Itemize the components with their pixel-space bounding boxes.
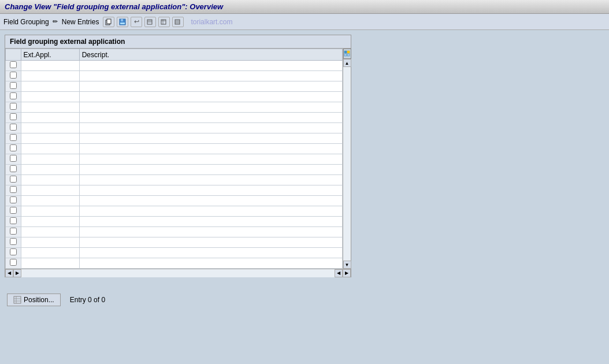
descript-cell [79,237,342,248]
table-settings-icon[interactable] [343,49,351,59]
new-entries-button[interactable]: New Entries [60,17,101,27]
row-checkbox[interactable] [6,154,21,165]
ext-appl-cell [21,227,79,237]
descript-cell [79,185,342,196]
row-checkbox[interactable] [6,227,21,237]
row-checkbox[interactable] [6,81,21,92]
descript-cell [79,206,342,217]
ext-appl-cell [21,92,79,102]
main-content: Field grouping external application Ext.… [0,30,609,282]
panel-title: Field grouping external application [5,35,351,49]
svg-rect-1 [107,19,111,24]
row-checkbox[interactable] [6,92,21,102]
hscroll-right-button[interactable]: ▶ [13,269,21,277]
descript-header: Descript. [79,49,342,61]
ext-appl-cell [21,71,79,81]
pen-icon[interactable]: ✏ [53,18,58,25]
find-icon[interactable] [144,17,156,27]
svg-rect-19 [14,296,21,303]
svg-rect-18 [347,54,350,56]
row-checkbox[interactable] [6,217,21,227]
first-icon[interactable] [158,17,170,27]
data-table: Ext.Appl. Descript. [5,49,343,269]
row-checkbox[interactable] [6,71,21,81]
row-checkbox[interactable] [6,61,21,71]
table-row [6,258,343,269]
table-row [6,81,343,92]
table-row [6,71,343,81]
table-row [6,113,343,123]
ext-appl-cell [21,113,79,123]
table-row [6,206,343,217]
descript-cell [79,165,342,175]
ext-appl-cell [21,237,79,248]
row-checkbox[interactable] [6,206,21,217]
table-row [6,248,343,258]
descript-cell [79,123,342,133]
table-row [6,61,343,71]
table-row [6,123,343,133]
ext-appl-cell [21,248,79,258]
row-checkbox[interactable] [6,102,21,113]
hscroll-scroll-right[interactable]: ▶ [343,269,351,277]
more-icon[interactable] [172,17,184,27]
ext-appl-cell [21,133,79,144]
ext-appl-cell [21,61,79,71]
ext-appl-cell [21,196,79,206]
scroll-up-button[interactable]: ▲ [343,59,351,67]
ext-appl-cell [21,81,79,92]
hscroll-left-button[interactable]: ◀ [5,269,13,277]
descript-cell [79,92,342,102]
field-grouping-label: Field Grouping [3,18,49,26]
watermark: torialkart.com [191,18,232,26]
save-icon[interactable] [117,17,128,27]
descript-cell [79,154,342,165]
table-row [6,237,343,248]
row-checkbox[interactable] [6,144,21,154]
table-row [6,196,343,206]
descript-cell [79,71,342,81]
descript-cell [79,175,342,185]
ext-appl-cell [21,123,79,133]
position-button[interactable]: Position... [7,294,61,306]
position-button-label: Position... [24,296,54,304]
horizontal-scrollbar: ◀ ▶ ◀ ▶ [5,269,351,277]
row-checkbox[interactable] [6,185,21,196]
table-row [6,154,343,165]
descript-cell [79,113,342,123]
svg-rect-3 [121,19,123,21]
ext-appl-cell [21,165,79,175]
ext-appl-cell [21,206,79,217]
row-checkbox[interactable] [6,165,21,175]
hscroll-track [21,269,335,277]
table-row [6,165,343,175]
svg-rect-16 [347,51,350,53]
table-row [6,227,343,237]
descript-cell [79,217,342,227]
table-area: Ext.Appl. Descript. [5,49,343,269]
table-row [6,185,343,196]
row-checkbox[interactable] [6,123,21,133]
row-checkbox[interactable] [6,258,21,269]
checkbox-header [6,49,21,61]
row-checkbox[interactable] [6,133,21,144]
table-row [6,102,343,113]
table-row [6,92,343,102]
title-bar: Change View "Field grouping external app… [0,0,609,14]
descript-cell [79,248,342,258]
scroll-down-button[interactable]: ▼ [343,261,351,269]
row-checkbox[interactable] [6,196,21,206]
data-panel: Field grouping external application Ext.… [5,35,351,277]
svg-rect-4 [120,23,125,24]
row-checkbox[interactable] [6,248,21,258]
descript-cell [79,258,342,269]
row-checkbox[interactable] [6,237,21,248]
copy-icon[interactable] [103,17,114,27]
page-title: Change View "Field grouping external app… [5,2,223,11]
undo-icon[interactable]: ↩ [131,17,142,27]
hscroll-scroll-left[interactable]: ◀ [335,269,343,277]
ext-appl-cell [21,217,79,227]
row-checkbox[interactable] [6,113,21,123]
row-checkbox[interactable] [6,175,21,185]
descript-cell [79,81,342,92]
